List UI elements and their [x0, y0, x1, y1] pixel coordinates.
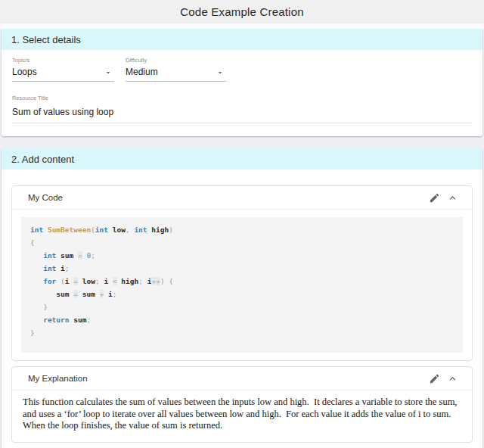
topic-value: Loops [12, 67, 37, 77]
edit-code-button[interactable] [425, 189, 443, 206]
my-explanation-title: My Explanation [28, 374, 425, 383]
code-block: int SumBetween(int low, int high){ int s… [21, 217, 463, 353]
code-line: int sum = 0; [30, 249, 454, 262]
chevron-up-icon [447, 192, 458, 204]
difficulty-value: Medium [126, 67, 158, 77]
select-details-body: Topic/s Loops Difficulty Medium Resource… [2, 50, 482, 136]
section-add-content: 2. Add content My Code int SumBetween(in… [2, 148, 482, 448]
code-line: { [30, 236, 454, 249]
edit-explanation-button[interactable] [425, 370, 443, 387]
code-line: int i; [30, 262, 454, 275]
code-line: } [30, 326, 454, 339]
chevron-up-icon [447, 373, 458, 384]
topic-field: Topic/s Loops [12, 57, 114, 82]
resource-title-field: Resource Title Sum of values using loop [12, 95, 472, 123]
chevron-down-icon [216, 68, 225, 77]
code-line: sum = sum + i; [30, 288, 454, 300]
section-gap [0, 136, 484, 148]
my-explanation-panel-header: My Explanation [12, 367, 472, 390]
title-divider-strip [0, 23, 484, 29]
add-content-body: My Code int SumBetween(int low, int high… [2, 170, 482, 448]
my-code-panel: My Code int SumBetween(int low, int high… [11, 185, 473, 361]
section-select-details: 1. Select details Topic/s Loops Difficul… [2, 29, 482, 136]
topic-select[interactable]: Loops [12, 67, 114, 82]
resource-title-value: Sum of values using loop [12, 107, 113, 117]
fields-row: Topic/s Loops Difficulty Medium [12, 57, 472, 82]
code-panel-body: int SumBetween(int low, int high){ int s… [12, 210, 472, 360]
pencil-icon [429, 373, 440, 384]
my-code-panel-header: My Code [12, 186, 472, 210]
pencil-icon [429, 192, 440, 204]
explanation-text: This function calculates the sum of valu… [12, 390, 472, 442]
difficulty-field: Difficulty Medium [126, 57, 226, 82]
code-line: } [30, 300, 454, 313]
code-line: return sum; [30, 313, 454, 326]
difficulty-select[interactable]: Medium [126, 67, 226, 82]
app-title-bar: Code Example Creation [0, 0, 484, 23]
my-explanation-panel: My Explanation This function calculates … [11, 366, 473, 443]
page-title: Code Example Creation [180, 5, 303, 18]
section-header-select-details: 1. Select details [2, 29, 482, 50]
chevron-down-icon [104, 68, 113, 77]
code-line: for (i = low; i < high; i++) { [30, 275, 454, 288]
resource-title-label: Resource Title [12, 95, 472, 101]
resource-title-input[interactable]: Sum of values using loop [12, 104, 472, 123]
my-code-title: My Code [28, 193, 425, 202]
collapse-explanation-button[interactable] [443, 370, 461, 387]
topic-label: Topic/s [12, 57, 114, 64]
collapse-code-button[interactable] [443, 189, 461, 206]
code-line: int SumBetween(int low, int high) [30, 223, 454, 236]
section-header-add-content: 2. Add content [2, 148, 482, 170]
difficulty-label: Difficulty [126, 57, 226, 64]
